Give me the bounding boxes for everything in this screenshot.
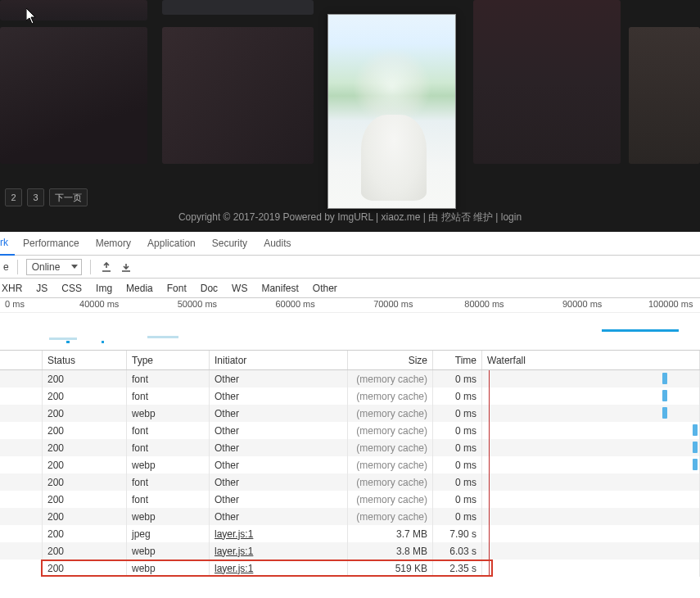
cell-time: 0 ms [433, 473, 482, 491]
cell-initiator: Other [210, 491, 348, 508]
cell-size: (memory cache) [348, 508, 433, 525]
waterfall-load-line [489, 387, 490, 405]
cell-status: 200 [43, 542, 127, 559]
thumbnail[interactable] [629, 27, 700, 164]
cell-time: 2.35 s [433, 559, 482, 577]
cell-waterfall [482, 525, 700, 542]
cell-status: 200 [43, 456, 127, 473]
timeline-segment [102, 341, 104, 343]
table-row[interactable]: 200webpOther(memory cache)0 ms [0, 508, 700, 525]
timeline-tick: 80000 ms [464, 299, 504, 309]
filter-font[interactable]: Font [161, 282, 192, 295]
cell-initiator: Other [210, 456, 348, 473]
next-page-button[interactable]: 下一页 [49, 188, 88, 206]
table-row[interactable]: 200fontOther(memory cache)0 ms [0, 387, 700, 405]
thumbnail[interactable] [162, 27, 314, 164]
cell-status: 200 [43, 422, 127, 439]
thumbnail[interactable] [0, 27, 147, 164]
cell-time: 0 ms [433, 456, 482, 473]
table-row[interactable]: 200fontOther(memory cache)0 ms [0, 422, 700, 439]
cell-type: webp [127, 456, 210, 473]
cell-size: (memory cache) [348, 370, 433, 387]
cell-size: (memory cache) [348, 456, 433, 473]
tab-security[interactable]: Security [204, 232, 255, 256]
filter-manifest[interactable]: Manifest [255, 282, 304, 295]
cell-initiator: Other [210, 473, 348, 491]
initiator-text: Other [215, 442, 239, 454]
thumbnail[interactable] [473, 0, 621, 164]
thumbnail[interactable] [0, 0, 147, 20]
col-waterfall[interactable]: Waterfall [482, 351, 700, 369]
filter-js[interactable]: JS [30, 282, 53, 295]
tab-performance[interactable]: Performance [15, 232, 88, 256]
initiator-text: Other [215, 374, 239, 385]
tab-application[interactable]: Application [139, 232, 204, 256]
col-status[interactable]: Status [43, 351, 127, 369]
table-row[interactable]: 200webplayer.js:1519 KB2.35 s [0, 559, 700, 577]
page-3-button[interactable]: 3 [27, 188, 44, 206]
tab-network[interactable]: rk [0, 232, 15, 256]
cell-type: font [127, 422, 210, 439]
cell-initiator: layer.js:1 [210, 542, 348, 559]
cell-name [0, 559, 43, 577]
cell-type: webp [127, 542, 210, 559]
waterfall-bar [662, 390, 667, 401]
timeline-tick: 50000 ms [178, 299, 217, 309]
page-2-button[interactable]: 2 [5, 188, 22, 206]
initiator-link[interactable]: layer.js:1 [215, 546, 253, 557]
cell-waterfall [482, 387, 700, 405]
cell-type: font [127, 473, 210, 491]
tab-memory[interactable]: Memory [88, 232, 139, 256]
waterfall-load-line [489, 422, 490, 439]
col-initiator[interactable]: Initiator [210, 351, 348, 369]
cell-initiator: Other [210, 422, 348, 439]
col-size[interactable]: Size [348, 351, 433, 369]
cell-waterfall [482, 559, 700, 577]
filter-doc[interactable]: Doc [195, 282, 224, 295]
devtools-tabs: rk Performance Memory Application Securi… [0, 232, 700, 256]
table-row[interactable]: 200fontOther(memory cache)0 ms [0, 439, 700, 456]
table-row[interactable]: 200fontOther(memory cache)0 ms [0, 491, 700, 508]
col-time[interactable]: Time [433, 351, 482, 369]
filter-css[interactable]: CSS [56, 282, 88, 295]
cell-name [0, 439, 43, 456]
cell-status: 200 [43, 508, 127, 525]
filter-img[interactable]: Img [90, 282, 118, 295]
cell-waterfall [482, 370, 700, 387]
import-har-button[interactable] [99, 260, 114, 274]
table-row[interactable]: 200webpOther(memory cache)0 ms [0, 456, 700, 473]
cell-time: 0 ms [433, 370, 482, 387]
cell-time: 0 ms [433, 491, 482, 508]
table-row[interactable]: 200fontOther(memory cache)0 ms [0, 473, 700, 491]
table-row[interactable]: 200fontOther(memory cache)0 ms [0, 370, 700, 387]
table-row[interactable]: 200webpOther(memory cache)0 ms [0, 405, 700, 422]
filter-xhr[interactable]: XHR [2, 282, 28, 295]
waterfall-load-line [489, 456, 490, 473]
timeline-overview[interactable]: 0 ms40000 ms50000 ms60000 ms70000 ms8000… [0, 298, 700, 351]
initiator-link[interactable]: layer.js:1 [215, 563, 253, 574]
export-har-button[interactable] [119, 260, 133, 274]
network-table: Status Type Initiator Size Time Waterfal… [0, 351, 700, 577]
cell-name [0, 387, 43, 405]
initiator-link[interactable]: layer.js:1 [215, 528, 253, 540]
throttling-select[interactable]: Online [26, 259, 83, 275]
cell-name [0, 370, 43, 387]
thumbnail[interactable] [162, 0, 314, 15]
waterfall-load-line [489, 439, 490, 456]
footer-text: Copyright © 2017-2019 Powered by ImgURL … [0, 211, 700, 224]
waterfall-bar [662, 407, 667, 419]
table-row[interactable]: 200webplayer.js:13.8 MB6.03 s [0, 542, 700, 559]
timeline-tick: 90000 ms [562, 299, 602, 309]
col-type[interactable]: Type [127, 351, 210, 369]
col-name[interactable] [0, 351, 43, 369]
image-preview-overlay[interactable] [327, 14, 456, 209]
filter-ws[interactable]: WS [226, 282, 253, 295]
tab-audits[interactable]: Audits [255, 232, 299, 256]
filter-media[interactable]: Media [120, 282, 159, 295]
filter-other[interactable]: Other [307, 282, 343, 295]
table-row[interactable]: 200jpeglayer.js:13.7 MB7.90 s [0, 525, 700, 542]
timeline-segment [49, 338, 77, 340]
cell-type: font [127, 439, 210, 456]
timeline-ruler: 0 ms40000 ms50000 ms60000 ms70000 ms8000… [0, 298, 700, 313]
cell-time: 6.03 s [433, 542, 482, 559]
